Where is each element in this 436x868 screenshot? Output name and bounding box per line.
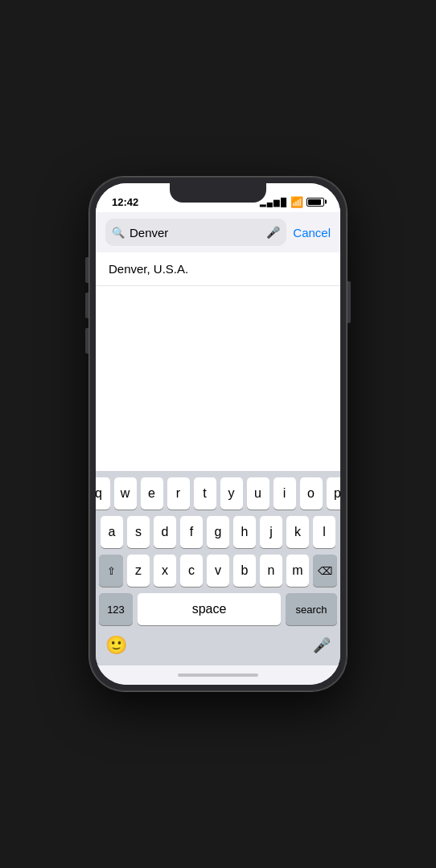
key-x[interactable]: x <box>154 555 176 587</box>
results-list: Denver, U.S.A. <box>96 252 340 471</box>
key-s[interactable]: s <box>127 516 150 548</box>
search-area: 🔍 Denver 🎤 Cancel <box>96 212 340 252</box>
emoji-key[interactable]: 🙂 <box>105 635 127 656</box>
phone-device: 12:42 ▂▄▆█ 📶 🔍 Denver 🎤 Cancel <box>89 177 347 691</box>
notch <box>170 183 266 203</box>
numbers-key[interactable]: 123 <box>99 593 133 625</box>
keyboard-row-3: ⇧ z x c v b n m ⌫ <box>99 555 337 587</box>
keyboard: q w e r t y u i o p a s d f g h j k <box>96 471 340 665</box>
key-i[interactable]: i <box>274 477 296 510</box>
key-m[interactable]: m <box>286 555 309 587</box>
key-n[interactable]: n <box>260 555 282 587</box>
space-key[interactable]: space <box>138 593 281 625</box>
result-item[interactable]: Denver, U.S.A. <box>96 252 340 286</box>
keyboard-row-2: a s d f g h j k l <box>99 516 337 548</box>
wifi-icon: 📶 <box>290 196 303 208</box>
status-bar: 12:42 ▂▄▆█ 📶 <box>96 183 340 212</box>
home-bar <box>96 665 340 685</box>
backspace-key[interactable]: ⌫ <box>313 555 337 587</box>
key-b[interactable]: b <box>233 555 256 587</box>
mic-icon[interactable]: 🎤 <box>266 226 280 239</box>
search-key[interactable]: search <box>286 593 337 625</box>
key-a[interactable]: a <box>101 516 123 548</box>
key-c[interactable]: c <box>180 555 203 587</box>
battery-icon <box>306 198 324 207</box>
key-t[interactable]: t <box>194 477 216 510</box>
keyboard-bottom-bar: 🙂 🎤 <box>99 632 337 662</box>
key-v[interactable]: v <box>207 555 229 587</box>
key-d[interactable]: d <box>154 516 176 548</box>
key-g[interactable]: g <box>207 516 229 548</box>
battery-fill <box>308 199 321 205</box>
key-y[interactable]: y <box>220 477 243 510</box>
signal-icon: ▂▄▆█ <box>260 198 287 207</box>
key-q[interactable]: q <box>96 477 110 510</box>
key-l[interactable]: l <box>313 516 335 548</box>
key-w[interactable]: w <box>114 477 137 510</box>
phone-screen: 12:42 ▂▄▆█ 📶 🔍 Denver 🎤 Cancel <box>96 183 340 685</box>
key-e[interactable]: e <box>141 477 163 510</box>
search-input[interactable]: Denver <box>130 226 261 240</box>
status-icons: ▂▄▆█ 📶 <box>260 196 324 208</box>
key-z[interactable]: z <box>127 555 150 587</box>
search-icon: 🔍 <box>112 227 125 239</box>
home-bar-line <box>178 674 258 677</box>
cancel-button[interactable]: Cancel <box>293 226 331 240</box>
key-h[interactable]: h <box>233 516 256 548</box>
key-r[interactable]: r <box>167 477 190 510</box>
key-u[interactable]: u <box>247 477 269 510</box>
search-bar[interactable]: 🔍 Denver 🎤 <box>105 219 286 246</box>
key-p[interactable]: p <box>327 477 341 510</box>
status-time: 12:42 <box>112 196 138 208</box>
key-f[interactable]: f <box>180 516 203 548</box>
key-o[interactable]: o <box>300 477 323 510</box>
key-k[interactable]: k <box>286 516 309 548</box>
key-j[interactable]: j <box>260 516 282 548</box>
keyboard-mic-key[interactable]: 🎤 <box>313 637 331 654</box>
keyboard-row-4: 123 space search <box>99 593 337 625</box>
shift-key[interactable]: ⇧ <box>99 555 123 587</box>
keyboard-row-1: q w e r t y u i o p <box>99 477 337 510</box>
